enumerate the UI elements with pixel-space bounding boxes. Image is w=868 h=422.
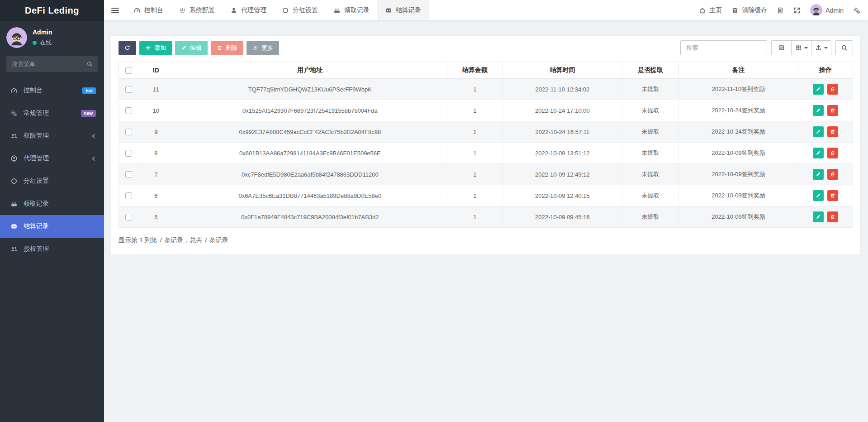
pencil-icon: [181, 45, 187, 51]
row-edit-button[interactable]: [813, 211, 824, 222]
cell-address: 0x1525Af1429307F669723f725419155bb7b004F…: [173, 100, 447, 121]
tab-label: 代理管理: [241, 6, 266, 14]
cell-remark: 2022-10-09签到奖励: [678, 206, 798, 228]
row-edit-button[interactable]: [813, 126, 824, 137]
edit-label: 编辑: [190, 44, 202, 52]
cell-id: 11: [139, 79, 173, 100]
row-checkbox[interactable]: [125, 214, 132, 221]
table-row: 9 0x992E37A808C459acCcCF42ACfc75b2B2A04F…: [119, 121, 853, 143]
tab-dividend[interactable]: 分红设置: [274, 0, 326, 20]
main-area: 控制台 系统配置 代理管理 分红设置 领取记录 结算记录: [104, 0, 868, 422]
tab-settlement-records[interactable]: 结算记录: [377, 0, 429, 20]
more-button[interactable]: 更多: [247, 41, 279, 55]
select-all-checkbox[interactable]: [125, 67, 132, 74]
cell-address: 0x0F1a78949F4843c719C9BA20084f3ef01b7AB3…: [173, 206, 447, 228]
home-label: 主页: [709, 6, 722, 14]
user-status-label: 在线: [40, 38, 52, 47]
sidebar-item-label: 代理管理: [24, 154, 49, 163]
cell-remark: 2022-10-09签到奖励: [678, 185, 798, 206]
edit-button[interactable]: 编辑: [175, 41, 208, 55]
cell-actions: [798, 206, 853, 228]
home-icon: [699, 7, 706, 14]
caret-down-icon: [804, 47, 808, 49]
cake-icon: [10, 200, 18, 207]
tab-agents[interactable]: 代理管理: [223, 0, 274, 20]
tab-label: 系统配置: [190, 6, 215, 14]
sidebar-item-label: 常规管理: [24, 109, 49, 117]
row-delete-button[interactable]: [827, 169, 838, 180]
clear-cache-button[interactable]: 清除缓存: [731, 6, 767, 14]
delete-button[interactable]: 删除: [211, 41, 243, 55]
cell-actions: [798, 100, 853, 121]
settings-button[interactable]: [853, 7, 860, 14]
user-circle-icon: [10, 155, 18, 162]
file-button[interactable]: [777, 7, 784, 14]
sidebar-item-permissions[interactable]: 权限管理: [0, 125, 104, 147]
row-delete-button[interactable]: [827, 190, 838, 201]
row-checkbox[interactable]: [125, 86, 132, 93]
chevron-left-icon: [92, 134, 97, 138]
columns-button[interactable]: [791, 40, 811, 55]
sidebar-item-label: 分红设置: [24, 177, 49, 185]
detail-view-button[interactable]: [771, 40, 792, 55]
pencil-icon: [816, 150, 821, 156]
cell-remark: 2022-10-24签到奖励: [678, 100, 798, 121]
add-button[interactable]: 添加: [139, 41, 172, 55]
table-search-input[interactable]: [680, 40, 767, 55]
sidebar-item-settlement-records[interactable]: 结算记录: [0, 215, 104, 238]
cell-time: 2022-10-09 09:45:16: [503, 206, 622, 228]
circle-icon: [10, 177, 18, 185]
sidebar-item-label: 权限管理: [24, 132, 49, 140]
pagination-summary: 显示第 1 到第 7 条记录，总共 7 条记录: [119, 236, 853, 245]
fullscreen-button[interactable]: [793, 7, 801, 14]
row-checkbox[interactable]: [125, 150, 132, 157]
sidebar-item-dashboard[interactable]: 控制台 hot: [0, 79, 104, 102]
menu-search-input[interactable]: [6, 56, 98, 72]
row-edit-button[interactable]: [813, 169, 824, 180]
pencil-icon: [816, 108, 821, 113]
sidebar-item-general[interactable]: 常规管理 new: [0, 102, 104, 125]
cell-withdrawn: 未提取: [622, 121, 679, 143]
row-delete-button[interactable]: [827, 126, 838, 137]
settlement-table: ID 用户地址 结算金额 结算时间 是否提取 备注 操作 11: [119, 62, 853, 228]
table-row: 11 TQF77qSirnYDGHQWZ13KUu6PSerFF9WbpK 1 …: [119, 79, 853, 100]
sidebar-item-dividend[interactable]: 分红设置: [0, 170, 104, 192]
gauge-icon: [10, 87, 18, 94]
row-checkbox[interactable]: [125, 171, 132, 178]
gear-icon: [252, 45, 258, 51]
table-row: 7 0xc7F8edfE5D980E2aa6af5b84f2478863DDD1…: [119, 164, 853, 185]
row-checkbox[interactable]: [125, 107, 132, 114]
row-delete-button[interactable]: [827, 105, 838, 116]
refresh-button[interactable]: [119, 41, 136, 55]
user-icon: [230, 7, 237, 14]
users-icon: [10, 245, 18, 253]
search-submit-button[interactable]: [835, 40, 853, 55]
sidebar-item-authorization[interactable]: 授权管理: [0, 238, 104, 260]
row-checkbox[interactable]: [125, 192, 132, 199]
cell-address: 0x992E37A808C459acCcCF42ACfc75b2B2A04F8c…: [173, 121, 447, 143]
row-delete-button[interactable]: [827, 148, 838, 158]
settlement-icon: [10, 223, 18, 230]
home-link[interactable]: 主页: [699, 6, 722, 14]
row-edit-button[interactable]: [813, 84, 824, 95]
sidebar-item-agents[interactable]: 代理管理: [0, 147, 104, 170]
row-edit-button[interactable]: [813, 148, 824, 158]
sidebar-item-claim-records[interactable]: 领取记录: [0, 192, 104, 215]
export-button[interactable]: [811, 40, 831, 55]
tab-system-config[interactable]: 系统配置: [171, 0, 223, 20]
navbar-right: 主页 清除缓存 Admin: [699, 0, 868, 20]
row-edit-button[interactable]: [813, 190, 824, 201]
tab-dashboard[interactable]: 控制台: [126, 0, 171, 20]
tab-claim-records[interactable]: 领取记录: [326, 0, 377, 20]
user-menu[interactable]: Admin: [810, 4, 844, 16]
row-checkbox[interactable]: [125, 129, 132, 135]
hamburger-menu-icon[interactable]: [104, 0, 126, 20]
row-delete-button[interactable]: [827, 84, 838, 95]
refresh-icon: [124, 45, 130, 51]
add-label: 添加: [154, 44, 166, 52]
row-delete-button[interactable]: [827, 211, 838, 222]
row-edit-button[interactable]: [813, 105, 824, 116]
user-name: Admin: [33, 29, 52, 36]
cell-remark: 2022-10-24签到奖励: [678, 121, 798, 143]
cogs-icon: [10, 110, 18, 117]
